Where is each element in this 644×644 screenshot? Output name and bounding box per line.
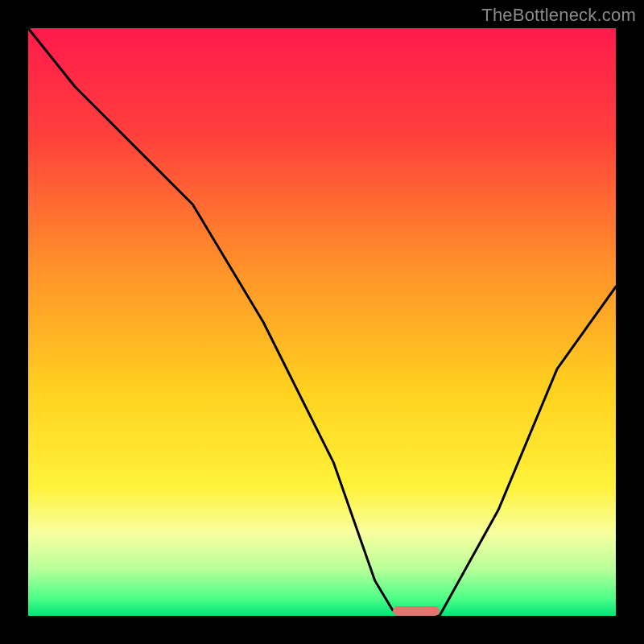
optimal-marker <box>393 606 440 616</box>
bottleneck-curve <box>28 28 616 616</box>
plot-area <box>28 28 616 616</box>
watermark-text: TheBottleneck.com <box>481 5 636 26</box>
chart-frame: TheBottleneck.com <box>0 0 644 644</box>
